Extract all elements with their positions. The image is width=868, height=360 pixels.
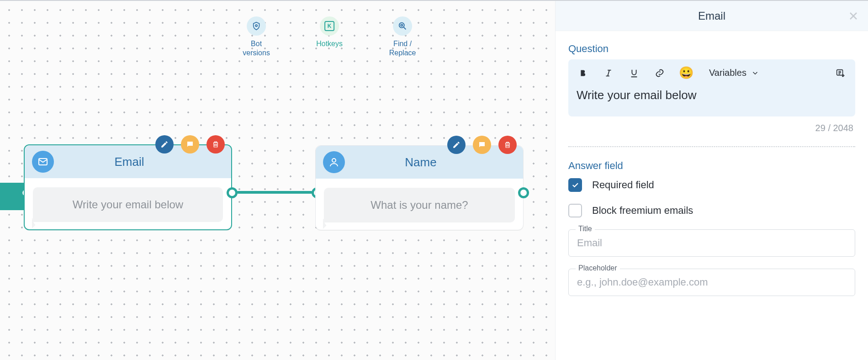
panel-header: Email (556, 1, 868, 31)
node-actions (155, 135, 225, 154)
bot-versions-label: Bot versions (237, 39, 275, 58)
delete-button[interactable] (498, 136, 517, 154)
node-message: What is your name? (324, 188, 515, 222)
keyboard-icon: K (320, 16, 339, 36)
node-title: Email (58, 155, 224, 169)
node-email[interactable]: Email Write your email below (24, 144, 232, 230)
flow-canvas[interactable]: Bot versions K Hotkeys Find / Replace (0, 1, 556, 360)
connector-wire (237, 191, 312, 194)
emoji-button[interactable]: 😀 (679, 66, 693, 80)
char-counter: 29 / 2048 (570, 123, 853, 133)
find-replace-button[interactable]: Find / Replace (383, 16, 422, 58)
comment-button[interactable] (473, 136, 491, 154)
block-freemium-toggle[interactable]: Block freemium emails (568, 204, 855, 217)
svg-point-0 (255, 25, 257, 26)
edit-button[interactable] (155, 135, 174, 154)
bot-versions-button[interactable]: Bot versions (237, 16, 275, 58)
mail-icon (32, 151, 54, 173)
panel-title: Email (698, 10, 725, 22)
shield-icon (247, 16, 266, 36)
placeholder-field: Placeholder (568, 269, 855, 296)
block-freemium-label: Block freemium emails (592, 205, 693, 217)
svg-point-2 (401, 24, 402, 26)
delete-button[interactable] (206, 135, 225, 154)
variables-dropdown[interactable]: Variables (709, 68, 759, 78)
node-title: Name (349, 155, 516, 169)
title-field: Title (568, 229, 855, 257)
svg-point-1 (399, 23, 404, 28)
port-out-name[interactable] (518, 187, 529, 198)
hotkeys-label: Hotkeys (316, 39, 343, 48)
required-field-label: Required field (592, 179, 654, 191)
answer-section-label: Answer field (568, 160, 855, 172)
node-actions (447, 136, 517, 154)
italic-button[interactable] (602, 67, 615, 79)
section-divider (568, 146, 855, 147)
question-text-input[interactable]: Write your email below (568, 85, 855, 116)
checkbox-checked-icon (568, 178, 582, 192)
node-message: Write your email below (33, 187, 223, 222)
checkbox-unchecked-icon (568, 204, 582, 217)
variables-label: Variables (709, 68, 746, 78)
link-button[interactable] (653, 67, 666, 79)
port-out-email[interactable] (227, 187, 238, 198)
bold-button[interactable] (577, 67, 589, 79)
title-field-label: Title (576, 225, 595, 233)
required-field-toggle[interactable]: Required field (568, 178, 855, 192)
placeholder-input[interactable] (568, 269, 855, 296)
title-input[interactable] (568, 229, 855, 257)
comment-button[interactable] (181, 135, 199, 154)
find-replace-label: Find / Replace (383, 39, 422, 58)
close-panel-button[interactable] (847, 10, 860, 22)
svg-point-4 (332, 159, 336, 162)
chevron-down-icon (751, 69, 759, 77)
hotkeys-button[interactable]: K Hotkeys (310, 16, 349, 48)
placeholder-field-label: Placeholder (576, 264, 620, 272)
search-icon (393, 16, 412, 36)
code-view-button[interactable] (834, 67, 847, 79)
properties-panel: Email Question (556, 1, 868, 360)
edit-button[interactable] (447, 136, 466, 154)
user-icon (323, 151, 345, 173)
rich-text-editor: 😀 Variables Write your email below (568, 59, 855, 116)
editor-toolbar: 😀 Variables (568, 59, 855, 85)
canvas-toolbar: Bot versions K Hotkeys Find / Replace (237, 16, 422, 58)
node-name[interactable]: Name What is your name? (315, 145, 524, 230)
question-section-label: Question (568, 43, 855, 55)
underline-button[interactable] (628, 67, 640, 79)
